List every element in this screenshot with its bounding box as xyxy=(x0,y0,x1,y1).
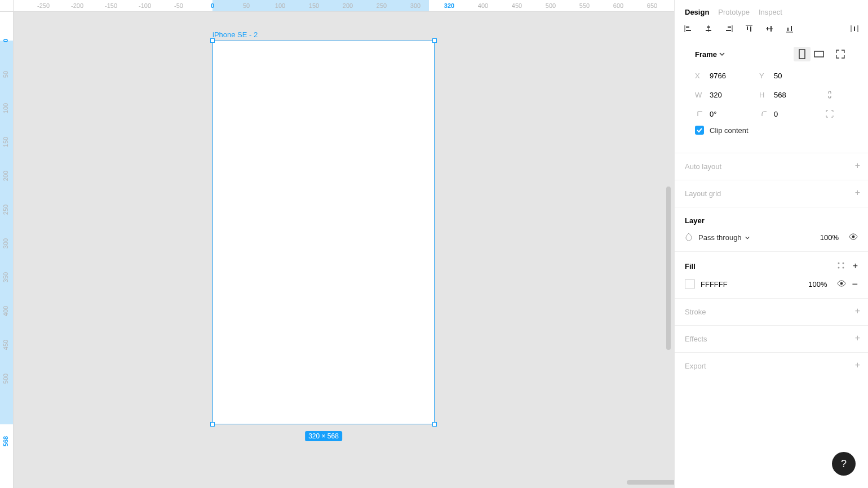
ruler-tick: 400 xyxy=(2,306,9,316)
resize-handle-tl[interactable] xyxy=(210,38,215,43)
ruler-tick: 250 xyxy=(377,2,387,9)
canvas-scrollbar-horizontal[interactable] xyxy=(627,480,674,485)
resize-to-fit-icon[interactable] xyxy=(833,47,848,61)
auto-layout-title: Auto layout xyxy=(685,162,721,171)
help-button[interactable]: ? xyxy=(832,452,856,476)
svg-point-4 xyxy=(842,262,844,264)
ruler-tick: 320 xyxy=(444,2,454,9)
chevron-down-icon[interactable] xyxy=(745,233,750,242)
independent-corners-icon[interactable] xyxy=(823,110,836,118)
visibility-icon[interactable] xyxy=(837,280,846,289)
fill-color-swatch[interactable] xyxy=(685,279,695,289)
align-vcenter-icon[interactable] xyxy=(765,24,774,33)
add-layout-grid-icon[interactable]: + xyxy=(855,188,860,197)
ruler-tick: 400 xyxy=(478,2,488,9)
corner-radius-input[interactable]: 0 xyxy=(774,110,819,118)
resize-handle-tr[interactable] xyxy=(432,38,437,43)
align-left-icon[interactable] xyxy=(684,24,693,33)
ruler-tick: -250 xyxy=(37,2,50,9)
section-effects: Effects + xyxy=(675,325,868,352)
align-hcenter-icon[interactable] xyxy=(704,24,713,33)
ruler-tick: 550 xyxy=(579,2,590,9)
w-label: W xyxy=(695,91,705,99)
frame-preset-label[interactable]: Frame xyxy=(695,50,717,59)
fill-title: Fill xyxy=(685,262,696,270)
section-layer: Layer Pass through 100% xyxy=(675,207,868,251)
visibility-icon[interactable] xyxy=(849,233,858,242)
style-picker-icon[interactable] xyxy=(837,261,845,271)
orientation-portrait-button[interactable] xyxy=(794,47,811,61)
ruler-tick: 150 xyxy=(309,2,319,9)
rotation-input[interactable]: 0° xyxy=(710,110,755,118)
canvas-area[interactable]: -250-200-150-100-50050100150200250300320… xyxy=(0,0,674,488)
section-auto-layout: Auto layout + xyxy=(675,153,868,180)
ruler-tick: 568 xyxy=(2,436,9,446)
align-right-icon[interactable] xyxy=(724,24,733,33)
tab-inspect[interactable]: Inspect xyxy=(759,8,782,16)
ruler-tick: 650 xyxy=(647,2,657,9)
ruler-tick: 0 xyxy=(2,39,9,42)
ruler-tick: 100 xyxy=(2,103,9,113)
ruler-tick: -150 xyxy=(105,2,117,9)
chevron-down-icon[interactable] xyxy=(719,50,725,59)
section-export: Export + xyxy=(675,352,868,379)
blend-mode-icon[interactable] xyxy=(685,233,693,242)
alignment-bar xyxy=(675,23,868,41)
ruler-tick: 450 xyxy=(2,340,9,350)
ruler-tick: -50 xyxy=(174,2,183,9)
ruler-tick: 250 xyxy=(2,205,9,215)
w-input[interactable]: 320 xyxy=(710,91,755,99)
add-fill-icon[interactable]: + xyxy=(853,261,858,271)
constrain-proportions-icon[interactable] xyxy=(823,90,836,99)
canvas-scrollbar-vertical[interactable] xyxy=(666,187,671,350)
svg-point-3 xyxy=(838,262,839,264)
y-input[interactable]: 50 xyxy=(774,72,819,80)
add-export-icon[interactable]: + xyxy=(855,361,860,370)
fill-opacity-input[interactable]: 100% xyxy=(808,280,827,289)
svg-rect-0 xyxy=(799,50,805,59)
ruler-vertical[interactable]: 050100150200250300350400450500568 xyxy=(0,12,14,488)
h-input[interactable]: 568 xyxy=(774,91,819,99)
svg-point-5 xyxy=(838,267,839,268)
x-input[interactable]: 9766 xyxy=(710,72,755,80)
section-layout-grid: Layout grid + xyxy=(675,180,868,207)
frame-name-label[interactable]: iPhone SE - 2 xyxy=(212,30,258,39)
fill-hex-input[interactable]: FFFFFF xyxy=(701,280,728,289)
clip-content-checkbox[interactable] xyxy=(695,126,704,135)
align-bottom-icon[interactable] xyxy=(785,24,794,33)
tab-prototype[interactable]: Prototype xyxy=(718,8,750,16)
svg-point-2 xyxy=(852,236,854,238)
add-stroke-icon[interactable]: + xyxy=(855,307,860,316)
blend-mode-select[interactable]: Pass through xyxy=(698,233,742,242)
distribute-icon[interactable] xyxy=(850,24,859,33)
ruler-tick: -200 xyxy=(71,2,83,9)
ruler-tick: 450 xyxy=(512,2,522,9)
ruler-tick: 500 xyxy=(2,374,9,384)
ruler-tick: 300 xyxy=(2,238,9,249)
panel-tabs: Design Prototype Inspect xyxy=(675,0,868,23)
align-top-icon[interactable] xyxy=(745,24,754,33)
ruler-tick: 200 xyxy=(2,171,9,181)
orientation-landscape-button[interactable] xyxy=(811,47,827,61)
h-label: H xyxy=(759,91,769,99)
ruler-tick: -100 xyxy=(139,2,151,9)
ruler-tick: 300 xyxy=(410,2,420,9)
corner-radius-icon xyxy=(759,110,769,117)
svg-rect-1 xyxy=(814,51,823,57)
section-frame: Frame X 9766 Y 50 W 320 H 568 xyxy=(675,41,868,153)
layer-opacity-input[interactable]: 100% xyxy=(820,233,839,242)
svg-point-7 xyxy=(840,282,843,285)
add-effect-icon[interactable]: + xyxy=(855,334,860,343)
ruler-horizontal[interactable]: -250-200-150-100-50050100150200250300320… xyxy=(14,0,674,12)
ruler-tick: 0 xyxy=(211,2,214,9)
canvas[interactable]: iPhone SE - 2 320 × 568 xyxy=(14,12,674,488)
resize-handle-bl[interactable] xyxy=(210,422,215,427)
resize-handle-br[interactable] xyxy=(432,422,437,427)
effects-title: Effects xyxy=(685,335,707,343)
tab-design[interactable]: Design xyxy=(685,8,709,16)
selected-frame[interactable] xyxy=(212,41,435,424)
add-auto-layout-icon[interactable]: + xyxy=(855,161,860,170)
rotation-icon xyxy=(695,110,705,117)
svg-point-6 xyxy=(842,267,844,268)
clip-content-label: Clip content xyxy=(710,126,749,135)
